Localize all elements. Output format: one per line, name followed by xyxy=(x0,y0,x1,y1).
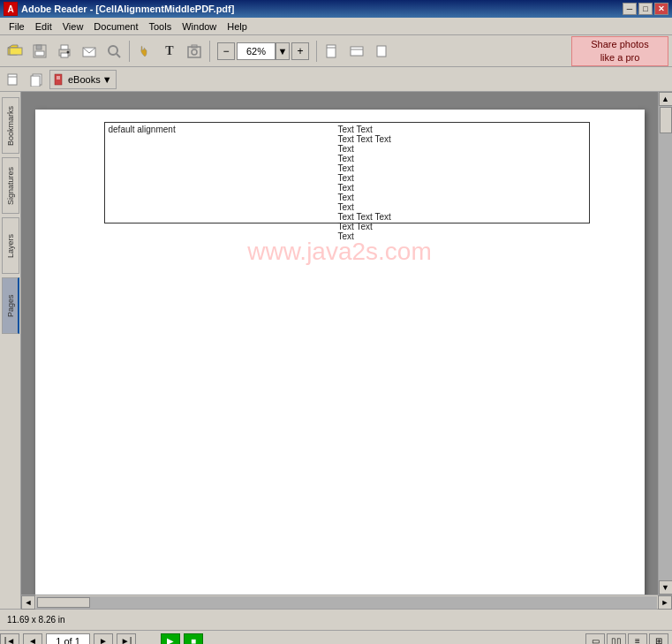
share-line2: like a pro xyxy=(600,52,640,63)
two-page-button[interactable]: ▯▯ xyxy=(607,633,626,645)
svg-rect-18 xyxy=(351,47,363,56)
zoom-plus-button[interactable]: + xyxy=(291,42,309,60)
hscroll-right-button[interactable]: ► xyxy=(658,595,672,610)
hscroll-thumb[interactable] xyxy=(37,597,90,608)
svg-point-11 xyxy=(109,46,117,55)
email-button[interactable] xyxy=(78,40,101,63)
snapshot-button[interactable] xyxy=(183,40,206,63)
horizontal-scrollbar[interactable]: ◄ ► xyxy=(21,595,672,609)
scroll-thumb[interactable] xyxy=(660,107,672,133)
menu-document[interactable]: Document xyxy=(88,19,143,34)
page-dimensions: 11.69 x 8.26 in xyxy=(7,615,65,625)
last-page-button[interactable]: ►| xyxy=(117,633,136,645)
svg-rect-21 xyxy=(8,74,17,85)
scroll-page-button[interactable]: ≡ xyxy=(628,633,647,645)
play-stop-button[interactable]: ■ xyxy=(184,633,203,645)
statusbar: 11.69 x 8.26 in xyxy=(0,609,672,630)
pdf-text-line-5: Text xyxy=(338,163,585,173)
toolbar: T − 62% ▼ + Share photos like a pro xyxy=(0,35,672,67)
bookmarks-tab[interactable]: Bookmarks xyxy=(2,97,19,154)
open-button[interactable] xyxy=(4,40,26,63)
continuous-button[interactable]: ⊞ xyxy=(649,633,668,645)
ebooks-label: eBooks xyxy=(68,74,101,85)
scroll-up-button[interactable]: ▲ xyxy=(659,92,673,106)
pdf-right-cell: Text Text Text Text Text Text Text Text … xyxy=(335,123,589,243)
vertical-scrollbar[interactable]: ▲ ▼ xyxy=(658,92,672,595)
pdf-text-line-7: Text xyxy=(338,183,585,193)
titlebar: A Adobe Reader - [CellAlignmentMiddlePDF… xyxy=(0,0,672,18)
toolbar2-prev-button[interactable] xyxy=(4,70,23,89)
fit-width-button[interactable] xyxy=(345,40,368,63)
side-panel: Bookmarks Signatures Layers Pages xyxy=(0,92,21,609)
alignment-label: default alignment xyxy=(109,125,176,134)
zoom-minus-button[interactable]: − xyxy=(217,42,235,60)
menu-file[interactable]: File xyxy=(4,19,30,34)
pdf-text-line-4: Text xyxy=(338,154,585,163)
hscroll-track[interactable] xyxy=(36,596,657,609)
svg-rect-8 xyxy=(61,53,68,57)
svg-rect-24 xyxy=(31,76,40,87)
app-icon: A xyxy=(4,2,18,16)
hscroll-left-button[interactable]: ◄ xyxy=(21,595,35,610)
scroll-down-button[interactable]: ▼ xyxy=(659,580,673,595)
zoom-input[interactable]: 62% xyxy=(237,42,276,60)
first-page-button[interactable]: |◄ xyxy=(0,633,19,645)
ebooks-button[interactable]: eBooks ▼ xyxy=(49,70,117,89)
content-wrapper: default alignment Text Text Text Text Te… xyxy=(21,92,672,609)
signatures-tab[interactable]: Signatures xyxy=(2,157,19,214)
menu-help[interactable]: Help xyxy=(222,19,253,34)
prev-page-button[interactable]: ◄ xyxy=(23,633,42,645)
svg-line-12 xyxy=(117,54,120,57)
titlebar-buttons[interactable]: ─ □ ✕ xyxy=(623,3,668,15)
menu-window[interactable]: Window xyxy=(177,19,222,34)
page-display[interactable]: 1 of 1 xyxy=(46,633,90,645)
svg-rect-2 xyxy=(10,48,22,55)
single-page-button[interactable]: ▭ xyxy=(585,633,605,645)
navigation-bar: |◄ ◄ 1 of 1 ► ►| ▶ ■ ▭ ▯▯ ≡ ⊞ xyxy=(0,630,672,644)
pdf-text-line-3: Text xyxy=(338,144,585,154)
pdf-text-line-12: Text xyxy=(338,231,585,241)
scroll-area: default alignment Text Text Text Text Te… xyxy=(21,92,672,595)
scroll-track[interactable] xyxy=(659,106,673,580)
search-button[interactable] xyxy=(102,40,125,63)
share-banner[interactable]: Share photos like a pro xyxy=(571,36,668,66)
pdf-text-line-10: Text Text Text xyxy=(338,212,585,222)
pdf-text-line-8: Text xyxy=(338,193,585,202)
window-title: Adobe Reader - [CellAlignmentMiddlePDF.p… xyxy=(21,4,234,14)
ebooks-dropdown-icon: ▼ xyxy=(102,74,112,85)
fit-visible-button[interactable] xyxy=(370,40,393,63)
pdf-scroll-container[interactable]: default alignment Text Text Text Text Te… xyxy=(21,92,658,595)
bottom-right-buttons: ▭ ▯▯ ≡ ⊞ xyxy=(585,633,672,645)
menu-edit[interactable]: Edit xyxy=(30,19,57,34)
pdf-left-cell: default alignment xyxy=(105,123,335,243)
pages-tab[interactable]: Pages xyxy=(2,277,19,334)
hand-tool-button[interactable] xyxy=(133,40,156,63)
main-area: Bookmarks Signatures Layers Pages xyxy=(0,92,672,609)
pdf-text-line-1: Text Text xyxy=(338,125,585,134)
next-page-button[interactable]: ► xyxy=(94,633,113,645)
fit-page-button[interactable] xyxy=(321,40,344,63)
pdf-text-line-11: Text Text xyxy=(338,222,585,231)
svg-rect-4 xyxy=(36,45,42,49)
menu-tools[interactable]: Tools xyxy=(144,19,177,34)
pdf-page: default alignment Text Text Text Text Te… xyxy=(35,110,645,595)
print-button[interactable] xyxy=(53,40,76,63)
zoom-area: − 62% ▼ + xyxy=(217,42,309,60)
toolbar2-second-button[interactable] xyxy=(26,70,46,89)
zoom-dropdown-button[interactable]: ▼ xyxy=(276,42,290,60)
layers-tab[interactable]: Layers xyxy=(2,217,19,274)
pdf-text-line-6: Text xyxy=(338,173,585,183)
maximize-button[interactable]: □ xyxy=(638,3,653,15)
minimize-button[interactable]: ─ xyxy=(623,3,637,15)
play-button[interactable]: ▶ xyxy=(161,633,180,645)
close-button[interactable]: ✕ xyxy=(654,3,668,15)
pdf-text-line-2: Text Text Text xyxy=(338,134,585,144)
save-button[interactable] xyxy=(28,40,51,63)
text-select-button[interactable]: T xyxy=(158,40,181,63)
toolbar-separator-3 xyxy=(316,41,317,62)
svg-rect-5 xyxy=(35,51,44,56)
pdf-content-table: default alignment Text Text Text Text Te… xyxy=(105,123,589,243)
menu-view[interactable]: View xyxy=(57,19,89,34)
titlebar-left: A Adobe Reader - [CellAlignmentMiddlePDF… xyxy=(4,2,234,16)
share-line1: Share photos xyxy=(591,39,648,49)
